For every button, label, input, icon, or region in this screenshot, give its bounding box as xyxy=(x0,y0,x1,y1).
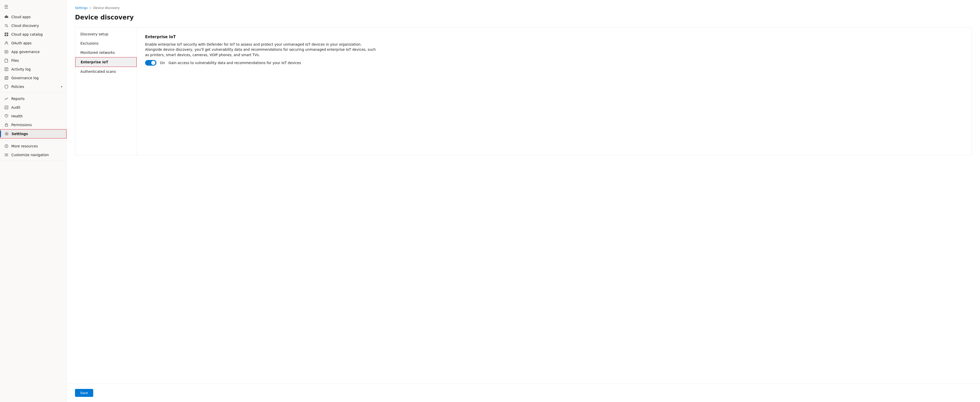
sidebar-label-cloud-apps: Cloud apps xyxy=(11,15,62,19)
bottom-bar: Save xyxy=(67,383,980,402)
svg-rect-5 xyxy=(7,35,8,36)
cloud-apps-icon xyxy=(4,14,9,19)
inner-nav: Discovery setupExclusionsMonitored netwo… xyxy=(75,27,137,155)
sidebar-label-activity-log: Activity log xyxy=(11,67,62,71)
toggle-row: On Gain access to vulnerability data and… xyxy=(145,60,963,66)
chevron-down-icon-policies: ▾ xyxy=(61,85,62,89)
sidebar-item-activity-log[interactable]: Activity log xyxy=(0,65,67,74)
sidebar-label-customize-navigation: Customize navigation xyxy=(11,153,62,157)
enterprise-iot-toggle[interactable] xyxy=(145,60,156,66)
sidebar-label-policies: Policies xyxy=(11,85,58,89)
section-description: Enable enterprise IoT security with Defe… xyxy=(145,42,376,57)
hamburger-icon[interactable]: ☰ xyxy=(4,4,8,9)
sidebar-label-more-resources: More resources xyxy=(11,144,62,148)
sidebar-label-files: Files xyxy=(11,59,62,63)
svg-rect-2 xyxy=(5,33,6,34)
sidebar-label-governance-log: Governance log xyxy=(11,76,62,80)
toggle-track xyxy=(145,60,156,66)
svg-line-1 xyxy=(7,26,8,27)
sidebar-item-health[interactable]: Health xyxy=(0,112,67,120)
activity-log-icon xyxy=(4,67,9,71)
oauth-apps-icon xyxy=(4,41,9,45)
breadcrumb-settings[interactable]: Settings xyxy=(75,6,88,10)
inner-content: Enterprise IoT Enable enterprise IoT sec… xyxy=(137,27,972,155)
files-icon xyxy=(4,58,9,63)
sidebar-label-cloud-app-catalog: Cloud app catalog xyxy=(11,32,62,36)
sidebar-item-permissions[interactable]: Permissions xyxy=(0,120,67,129)
inner-nav-discovery-setup[interactable]: Discovery setup xyxy=(75,30,137,39)
sidebar: ☰ Cloud appsCloud discoveryCloud app cat… xyxy=(0,0,67,402)
sidebar-item-settings[interactable]: Settings xyxy=(0,129,67,138)
sidebar-item-app-governance[interactable]: App governance xyxy=(0,47,67,56)
sidebar-header: ☰ xyxy=(0,2,67,13)
svg-rect-7 xyxy=(5,51,8,53)
sidebar-item-cloud-apps[interactable]: Cloud apps xyxy=(0,13,67,21)
sidebar-item-audit[interactable]: Audit xyxy=(0,103,67,112)
sidebar-divider-bottom xyxy=(0,161,67,161)
sidebar-item-oauth-apps[interactable]: OAuth apps xyxy=(0,39,67,47)
sidebar-divider-lower xyxy=(0,140,67,140)
toggle-on-label: On xyxy=(160,61,165,65)
svg-point-6 xyxy=(6,41,7,43)
sidebar-item-cloud-discovery[interactable]: Cloud discovery xyxy=(0,21,67,30)
app-governance-icon xyxy=(4,49,9,54)
section-title: Enterprise IoT xyxy=(145,35,963,39)
main-area: Settings > Device discovery Device disco… xyxy=(67,0,980,402)
permissions-icon xyxy=(4,123,9,127)
sidebar-label-reports: Reports xyxy=(11,97,62,101)
sidebar-label-audit: Audit xyxy=(11,105,62,109)
cloud-app-catalog-icon xyxy=(4,32,9,36)
inner-nav-monitored-networks[interactable]: Monitored networks xyxy=(75,48,137,57)
sidebar-label-app-governance: App governance xyxy=(11,50,62,54)
svg-rect-17 xyxy=(5,125,8,127)
sidebar-label-cloud-discovery: Cloud discovery xyxy=(11,24,62,28)
svg-rect-4 xyxy=(5,35,6,36)
inner-nav-authenticated-scans[interactable]: Authenticated scans xyxy=(75,67,137,76)
sidebar-item-customize-navigation[interactable]: Customize navigation xyxy=(0,150,67,159)
breadcrumb: Settings > Device discovery xyxy=(75,6,972,10)
sidebar-item-files[interactable]: Files xyxy=(0,56,67,65)
inner-nav-exclusions[interactable]: Exclusions xyxy=(75,39,137,48)
customize-navigation-icon xyxy=(4,152,9,157)
cloud-discovery-icon xyxy=(4,23,9,28)
sidebar-label-oauth-apps: OAuth apps xyxy=(11,41,62,45)
reports-icon xyxy=(4,97,9,101)
content-area: Settings > Device discovery Device disco… xyxy=(67,0,980,383)
inner-nav-enterprise-iot[interactable]: Enterprise IoT xyxy=(75,57,137,67)
sidebar-label-health: Health xyxy=(11,114,62,118)
sidebar-item-cloud-app-catalog[interactable]: Cloud app catalog xyxy=(0,30,67,39)
breadcrumb-current: Device discovery xyxy=(93,6,120,10)
policies-icon xyxy=(4,84,9,89)
sidebar-label-settings: Settings xyxy=(11,132,62,136)
audit-icon xyxy=(4,105,9,110)
toggle-thumb xyxy=(151,61,155,65)
svg-point-18 xyxy=(6,133,8,135)
sidebar-item-governance-log[interactable]: Governance log xyxy=(0,74,67,82)
sidebar-item-policies[interactable]: Policies▾ xyxy=(0,82,67,91)
svg-point-21 xyxy=(6,145,7,146)
more-resources-icon xyxy=(4,144,9,149)
breadcrumb-separator: > xyxy=(89,6,92,10)
sidebar-label-permissions: Permissions xyxy=(11,123,62,127)
sidebar-item-more-resources[interactable]: More resources xyxy=(0,142,67,150)
health-icon xyxy=(4,114,9,119)
page-title: Device discovery xyxy=(75,14,972,21)
svg-rect-3 xyxy=(7,33,8,34)
sidebar-item-reports[interactable]: Reports xyxy=(0,94,67,103)
enterprise-iot-section: Enterprise IoT Enable enterprise IoT sec… xyxy=(145,35,963,66)
save-button[interactable]: Save xyxy=(75,389,93,397)
settings-icon xyxy=(4,131,9,136)
governance-log-icon xyxy=(4,76,9,80)
toggle-hint: Gain access to vulnerability data and re… xyxy=(169,61,301,65)
inner-layout: Discovery setupExclusionsMonitored netwo… xyxy=(75,27,972,155)
